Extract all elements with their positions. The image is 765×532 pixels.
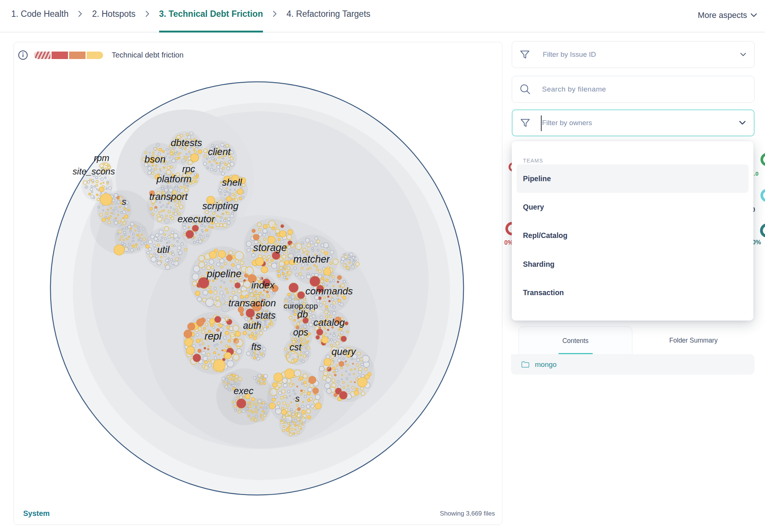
filter-owners-input[interactable]: Filter by owners bbox=[512, 109, 755, 136]
dropdown-list: PipelineQueryRepl/CatalogShardingTransac… bbox=[512, 164, 753, 307]
chevron-down-icon bbox=[740, 53, 746, 56]
files-count: Showing 3,669 files bbox=[431, 510, 495, 517]
folder-row-label[interactable]: mongo bbox=[535, 361, 557, 369]
dropdown-item-transaction[interactable]: Transaction bbox=[517, 278, 749, 307]
breadcrumb-separator-icon bbox=[273, 10, 277, 17]
legend-segment-striped bbox=[34, 52, 50, 59]
search-icon bbox=[520, 84, 531, 95]
dropdown-item-sharding[interactable]: Sharding bbox=[517, 250, 749, 278]
breadcrumb-separator-icon bbox=[78, 10, 82, 17]
tab-folder-summary-label: Folder Summary bbox=[632, 337, 755, 344]
chevron-down-icon bbox=[739, 121, 746, 125]
funnel-icon bbox=[520, 118, 530, 128]
filter-issue-input[interactable]: Filter by Issue ID bbox=[512, 41, 755, 68]
dropdown-item-repl-catalog[interactable]: Repl/Catalog bbox=[517, 222, 749, 250]
top-nav: 1. Code Health2. Hotspots3. Technical De… bbox=[0, 0, 765, 33]
legend-label: Technical debt friction bbox=[112, 51, 183, 59]
text-cursor bbox=[541, 115, 542, 131]
search-filename-input[interactable]: Search by filename bbox=[512, 76, 755, 103]
svg-text:0%: 0% bbox=[752, 239, 761, 245]
breadcrumb-separator-icon bbox=[145, 10, 149, 17]
nav-tab-hotspots[interactable]: 2. Hotspots bbox=[92, 9, 135, 33]
nav-tab-code-health[interactable]: 1. Code Health bbox=[11, 9, 68, 33]
nav-tab-refactoring-targets[interactable]: 4. Refactoring Targets bbox=[287, 9, 371, 33]
info-icon[interactable] bbox=[18, 50, 28, 60]
legend-segment-orange bbox=[69, 52, 86, 59]
breadcrumb: 1. Code Health2. Hotspots3. Technical De… bbox=[11, 9, 371, 33]
tab-folder-summary[interactable]: Folder Summary bbox=[632, 326, 755, 354]
filter-owners-placeholder: Filter by owners bbox=[542, 119, 592, 127]
chevron-down-icon bbox=[751, 13, 757, 17]
folder-panel: Contents Folder Summary mongo bbox=[511, 326, 755, 375]
funnel-icon bbox=[520, 49, 530, 60]
more-aspects-button[interactable]: More aspects bbox=[698, 10, 757, 20]
search-filename-placeholder: Search by filename bbox=[542, 85, 606, 93]
legend-segment-yellow bbox=[87, 52, 103, 59]
owners-dropdown: TEAMS PipelineQueryRepl/CatalogShardingT… bbox=[512, 141, 753, 321]
tab-contents[interactable]: Contents bbox=[518, 326, 632, 354]
tab-contents-label: Contents bbox=[519, 337, 632, 345]
filter-issue-placeholder: Filter by Issue ID bbox=[543, 50, 596, 59]
svg-text:.0: .0 bbox=[754, 170, 759, 177]
dropdown-item-pipeline[interactable]: Pipeline bbox=[517, 164, 749, 193]
more-aspects-label: More aspects bbox=[698, 10, 747, 20]
dropdown-item-query[interactable]: Query bbox=[517, 193, 749, 221]
nav-tab-technical-debt-friction[interactable]: 3. Technical Debt Friction bbox=[159, 9, 263, 33]
folder-row[interactable]: mongo bbox=[511, 354, 755, 375]
folder-icon bbox=[521, 361, 530, 368]
chart-card bbox=[13, 42, 502, 525]
legend-segment-red bbox=[52, 52, 68, 59]
system-link[interactable]: System bbox=[23, 509, 50, 518]
chart-legend: Technical debt friction bbox=[18, 50, 183, 60]
dropdown-group-label: TEAMS bbox=[523, 158, 543, 164]
